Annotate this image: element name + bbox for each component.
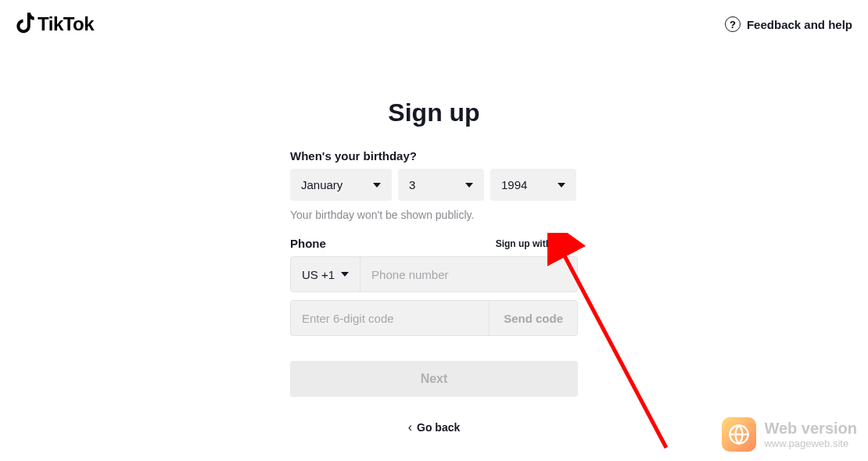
tiktok-logo[interactable]: TikTok (16, 13, 94, 36)
signup-with-email-link[interactable]: Sign up with email (496, 238, 578, 249)
watermark: Web version www.pageweb.site (722, 417, 857, 452)
verification-code-row: Send code (290, 300, 578, 336)
country-code-value: US +1 (302, 268, 335, 281)
send-code-button[interactable]: Send code (489, 301, 577, 335)
signup-form: Sign up When's your birthday? January 3 … (290, 98, 578, 434)
logo-text: TikTok (38, 13, 94, 35)
verification-code-input[interactable] (291, 301, 489, 335)
phone-input-row: US +1 (290, 256, 578, 292)
phone-header-row: Phone Sign up with email (290, 237, 578, 250)
header: TikTok ? Feedback and help (0, 0, 868, 48)
month-value: January (301, 178, 343, 191)
watermark-url: www.pageweb.site (764, 438, 857, 450)
month-select[interactable]: January (290, 169, 392, 201)
go-back-label: Go back (417, 421, 460, 434)
page-title: Sign up (290, 98, 578, 127)
day-value: 3 (409, 178, 415, 191)
caret-down-icon (341, 272, 349, 277)
year-select[interactable]: 1994 (490, 169, 576, 201)
go-back-link[interactable]: ‹ Go back (290, 420, 578, 434)
phone-label: Phone (290, 237, 326, 250)
feedback-label: Feedback and help (747, 18, 852, 31)
feedback-help-link[interactable]: ? Feedback and help (725, 16, 852, 32)
day-select[interactable]: 3 (398, 169, 484, 201)
next-button[interactable]: Next (290, 361, 578, 397)
birthday-selectors: January 3 1994 (290, 169, 578, 201)
watermark-title: Web version (764, 419, 857, 438)
caret-down-icon (558, 183, 565, 188)
chevron-left-icon: ‹ (408, 420, 412, 434)
question-icon: ? (725, 16, 741, 32)
tiktok-icon (16, 13, 36, 36)
country-code-select[interactable]: US +1 (291, 257, 360, 291)
birthday-label: When's your birthday? (290, 149, 578, 163)
year-value: 1994 (501, 178, 527, 191)
phone-number-input[interactable] (360, 257, 577, 291)
birthday-hint: Your birthday won't be shown publicly. (290, 209, 578, 221)
caret-down-icon (465, 183, 473, 188)
caret-down-icon (373, 183, 381, 188)
globe-icon (722, 417, 756, 452)
